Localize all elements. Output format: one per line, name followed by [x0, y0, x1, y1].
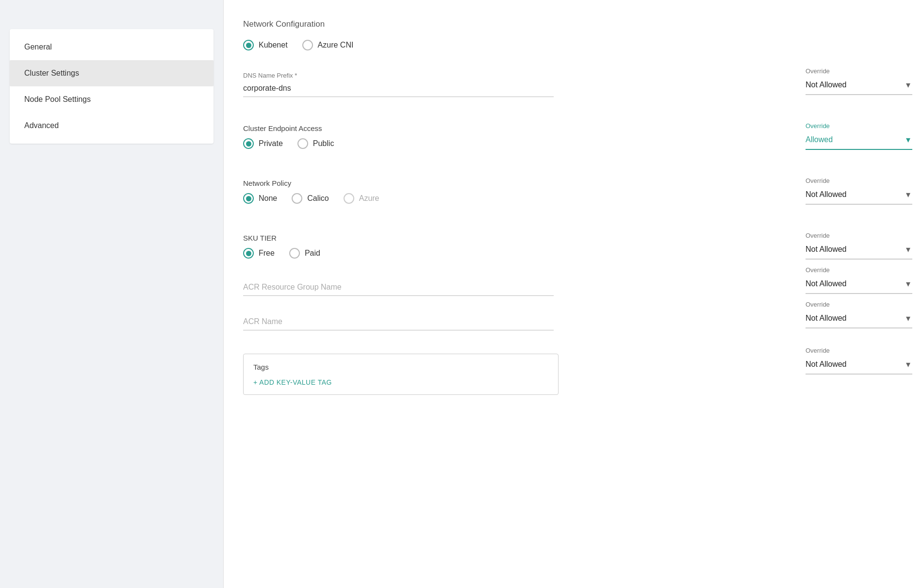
network-policy-chevron: ▾	[906, 189, 910, 200]
radio-private[interactable]: Private	[243, 138, 283, 149]
dns-override-block: Override Not Allowed ▾	[796, 67, 922, 97]
dns-name-input[interactable]	[243, 81, 554, 97]
radio-azure: Azure	[344, 193, 379, 204]
cluster-endpoint-override-label: Override	[806, 122, 912, 130]
network-type-radio-group: Kubenet Azure CNI	[243, 40, 922, 50]
radio-circle-free	[243, 248, 254, 259]
sidebar-nav: General Cluster Settings Node Pool Setti…	[10, 29, 214, 144]
cluster-endpoint-row: Cluster Endpoint Access Private Public O…	[243, 111, 922, 152]
dns-label: DNS Name Prefix *	[243, 72, 796, 79]
sku-tier-override-label: Override	[806, 232, 912, 239]
radio-circle-kubenet	[243, 40, 254, 50]
sidebar-item-advanced[interactable]: Advanced	[10, 113, 214, 139]
sku-tier-override-value: Not Allowed	[806, 245, 847, 254]
radio-public[interactable]: Public	[297, 138, 334, 149]
network-policy-form: Network Policy None Calico Azure	[243, 165, 796, 207]
network-policy-radio-group: None Calico Azure	[243, 193, 796, 204]
tags-box: Tags + ADD KEY-VALUE TAG	[243, 354, 559, 395]
radio-label-kubenet: Kubenet	[259, 41, 288, 49]
tags-title: Tags	[253, 363, 548, 371]
network-policy-override-block: Override Not Allowed ▾	[796, 177, 922, 207]
sku-tier-form: SKU TIER Free Paid	[243, 220, 796, 261]
add-tag-button[interactable]: + ADD KEY-VALUE TAG	[253, 378, 332, 386]
radio-none[interactable]: None	[243, 193, 277, 204]
sku-tier-radio-group: Free Paid	[243, 248, 796, 259]
acr-name-form	[243, 305, 796, 330]
sku-tier-override-select[interactable]: Not Allowed ▾	[806, 241, 912, 260]
radio-circle-azure-cni	[302, 40, 313, 50]
radio-label-paid: Paid	[305, 249, 320, 258]
tags-chevron: ▾	[906, 359, 910, 370]
acr-resource-group-override-value: Not Allowed	[806, 279, 847, 288]
radio-label-none: None	[259, 194, 277, 203]
cluster-endpoint-override-select[interactable]: Allowed ▾	[806, 131, 912, 150]
acr-resource-group-row: Override Not Allowed ▾	[243, 266, 922, 296]
radio-label-free: Free	[259, 249, 275, 258]
dns-override-select[interactable]: Not Allowed ▾	[806, 77, 912, 95]
acr-name-override-label: Override	[806, 301, 912, 308]
sidebar-item-node-pool-settings[interactable]: Node Pool Settings	[10, 86, 214, 113]
network-policy-label: Network Policy	[243, 179, 796, 187]
cluster-endpoint-chevron: ▾	[906, 134, 910, 145]
dns-override-label: Override	[806, 67, 912, 75]
tags-override-select[interactable]: Not Allowed ▾	[806, 356, 912, 375]
tags-override-value: Not Allowed	[806, 360, 847, 369]
acr-name-input[interactable]	[243, 314, 554, 330]
radio-kubenet[interactable]: Kubenet	[243, 40, 288, 50]
cluster-endpoint-radio-group: Private Public	[243, 138, 796, 149]
radio-circle-none	[243, 193, 254, 204]
tags-form: Tags + ADD KEY-VALUE TAG	[243, 340, 796, 395]
sku-tier-override-block: Override Not Allowed ▾	[796, 232, 922, 261]
cluster-endpoint-override-value: Allowed	[806, 135, 833, 144]
network-policy-override-label: Override	[806, 177, 912, 184]
acr-resource-group-chevron: ▾	[906, 278, 910, 289]
radio-paid[interactable]: Paid	[289, 248, 320, 259]
tags-override-block: Override Not Allowed ▾	[796, 340, 922, 376]
radio-azure-cni[interactable]: Azure CNI	[302, 40, 354, 50]
dns-override-chevron: ▾	[906, 80, 910, 90]
network-policy-override-select[interactable]: Not Allowed ▾	[806, 186, 912, 205]
sku-tier-chevron: ▾	[906, 244, 910, 255]
network-policy-row: Network Policy None Calico Azure Overrid…	[243, 165, 922, 207]
tags-row: Tags + ADD KEY-VALUE TAG Override Not Al…	[243, 340, 922, 395]
radio-label-public: Public	[313, 139, 334, 148]
acr-name-override-value: Not Allowed	[806, 314, 847, 323]
radio-label-azure: Azure	[359, 194, 379, 203]
acr-resource-group-override-block: Override Not Allowed ▾	[796, 266, 922, 296]
sku-tier-row: SKU TIER Free Paid Override Not Allowed …	[243, 220, 922, 261]
dns-name-row: DNS Name Prefix * Override Not Allowed ▾	[243, 60, 922, 97]
radio-label-private: Private	[259, 139, 283, 148]
cluster-endpoint-override-block: Override Allowed ▾	[796, 122, 922, 152]
radio-circle-paid	[289, 248, 300, 259]
radio-circle-calico	[292, 193, 302, 204]
sidebar-item-cluster-settings[interactable]: Cluster Settings	[10, 60, 214, 86]
acr-resource-group-override-label: Override	[806, 266, 912, 274]
network-policy-override-value: Not Allowed	[806, 190, 847, 199]
dns-name-form: DNS Name Prefix *	[243, 60, 796, 97]
cluster-endpoint-form: Cluster Endpoint Access Private Public	[243, 111, 796, 152]
acr-resource-group-override-select[interactable]: Not Allowed ▾	[806, 276, 912, 294]
sidebar-item-general[interactable]: General	[10, 34, 214, 60]
radio-calico[interactable]: Calico	[292, 193, 329, 204]
radio-circle-private	[243, 138, 254, 149]
network-config-title: Network Configuration	[243, 19, 922, 29]
main-content: Network Configuration Kubenet Azure CNI …	[223, 0, 922, 588]
radio-free[interactable]: Free	[243, 248, 275, 259]
dns-override-value: Not Allowed	[806, 81, 847, 89]
radio-circle-public	[297, 138, 308, 149]
radio-label-calico: Calico	[307, 194, 329, 203]
tags-override-label: Override	[806, 347, 912, 354]
cluster-endpoint-label: Cluster Endpoint Access	[243, 124, 796, 132]
acr-resource-group-input[interactable]	[243, 280, 554, 296]
network-config-section: Network Configuration Kubenet Azure CNI	[243, 19, 922, 50]
acr-name-override-block: Override Not Allowed ▾	[796, 301, 922, 330]
acr-name-override-select[interactable]: Not Allowed ▾	[806, 310, 912, 328]
acr-name-chevron: ▾	[906, 313, 910, 324]
sku-tier-label: SKU TIER	[243, 234, 796, 242]
radio-circle-azure	[344, 193, 354, 204]
radio-label-azure-cni: Azure CNI	[318, 41, 354, 49]
acr-resource-group-form	[243, 270, 796, 296]
acr-name-row: Override Not Allowed ▾	[243, 301, 922, 330]
sidebar: General Cluster Settings Node Pool Setti…	[0, 0, 223, 588]
